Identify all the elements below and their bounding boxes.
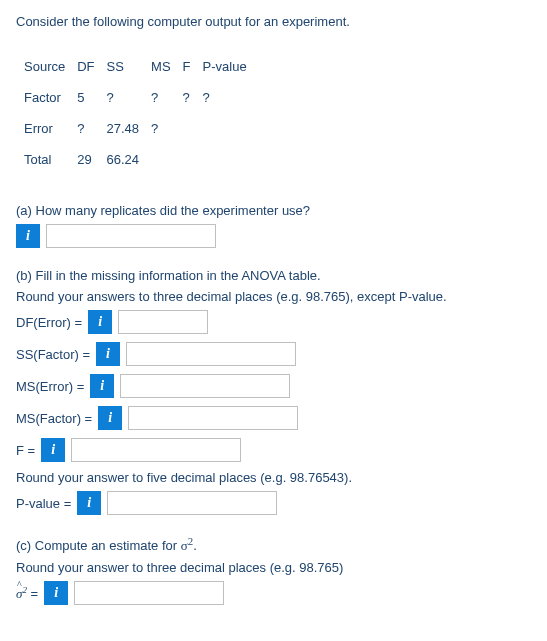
table-row: Error ? 27.48 ? — [24, 113, 259, 144]
cell: Error — [24, 113, 77, 144]
ss-factor-label: SS(Factor) = — [16, 347, 90, 362]
table-row: Total 29 66.24 — [24, 144, 259, 175]
cell — [203, 113, 259, 144]
pvalue-label: P-value = — [16, 496, 71, 511]
cell: ? — [107, 82, 152, 113]
replicates-input[interactable] — [46, 224, 216, 248]
ms-factor-input[interactable] — [128, 406, 298, 430]
cell — [183, 144, 203, 175]
part-a: (a) How many replicates did the experime… — [16, 203, 531, 248]
info-icon[interactable]: i — [16, 224, 40, 248]
part-c-prompt1: (c) Compute an estimate for σ2. — [16, 535, 531, 554]
info-icon[interactable]: i — [44, 581, 68, 605]
cell: ? — [151, 113, 183, 144]
cell: 27.48 — [107, 113, 152, 144]
cell: 5 — [77, 82, 106, 113]
cell: ? — [77, 113, 106, 144]
intro-text: Consider the following computer output f… — [16, 14, 531, 29]
df-error-label: DF(Error) = — [16, 315, 82, 330]
info-icon[interactable]: i — [98, 406, 122, 430]
ms-error-input[interactable] — [120, 374, 290, 398]
pvalue-input[interactable] — [107, 491, 277, 515]
ms-factor-label: MS(Factor) = — [16, 411, 92, 426]
info-icon[interactable]: i — [90, 374, 114, 398]
info-icon[interactable]: i — [88, 310, 112, 334]
f-label: F = — [16, 443, 35, 458]
part-a-prompt: (a) How many replicates did the experime… — [16, 203, 531, 218]
anova-table: Source DF SS MS F P-value Factor 5 ? ? ?… — [24, 51, 259, 175]
ms-error-label: MS(Error) = — [16, 379, 84, 394]
cell — [151, 144, 183, 175]
cell: ? — [183, 82, 203, 113]
cell: ? — [203, 82, 259, 113]
table-row: Factor 5 ? ? ? ? — [24, 82, 259, 113]
cell: Total — [24, 144, 77, 175]
col-df: DF — [77, 51, 106, 82]
cell — [183, 113, 203, 144]
col-ss: SS — [107, 51, 152, 82]
f-input[interactable] — [71, 438, 241, 462]
cell — [203, 144, 259, 175]
col-f: F — [183, 51, 203, 82]
df-error-input[interactable] — [118, 310, 208, 334]
sigma-input[interactable] — [74, 581, 224, 605]
part-b-prompt2: Round your answers to three decimal plac… — [16, 289, 531, 304]
cell: ? — [151, 82, 183, 113]
cell: Factor — [24, 82, 77, 113]
round-five-note: Round your answer to five decimal places… — [16, 470, 531, 485]
part-c-prompt2: Round your answer to three decimal place… — [16, 560, 531, 575]
cell: 66.24 — [107, 144, 152, 175]
info-icon[interactable]: i — [96, 342, 120, 366]
col-source: Source — [24, 51, 77, 82]
part-c: (c) Compute an estimate for σ2. Round yo… — [16, 535, 531, 605]
part-b-prompt1: (b) Fill in the missing information in t… — [16, 268, 531, 283]
col-pvalue: P-value — [203, 51, 259, 82]
col-ms: MS — [151, 51, 183, 82]
info-icon[interactable]: i — [41, 438, 65, 462]
sigma-hat-label: ^σ2 = — [16, 585, 38, 602]
cell: 29 — [77, 144, 106, 175]
info-icon[interactable]: i — [77, 491, 101, 515]
ss-factor-input[interactable] — [126, 342, 296, 366]
part-b: (b) Fill in the missing information in t… — [16, 268, 531, 515]
table-header-row: Source DF SS MS F P-value — [24, 51, 259, 82]
